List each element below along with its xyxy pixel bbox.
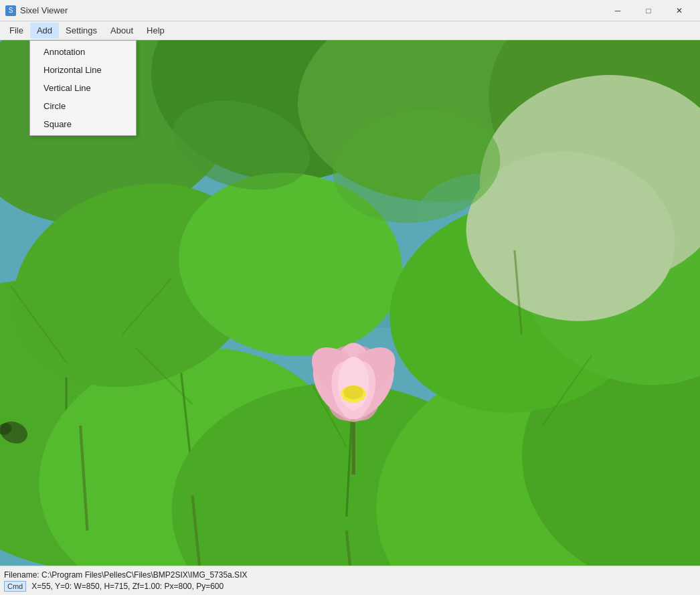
status-line-filename: Filename: C:\Program Files\PellesC\Files… bbox=[4, 570, 247, 580]
status-line-coords: Cmd X=55, Y=0: W=850, H=715, Zf=1.00: Px… bbox=[4, 581, 224, 592]
cmd-badge: Cmd bbox=[4, 581, 26, 592]
app-icon-letter: S bbox=[9, 7, 13, 14]
dropdown-circle[interactable]: Circle bbox=[30, 97, 136, 115]
minimize-button[interactable]: ─ bbox=[602, 0, 633, 21]
dropdown-horizontal-line[interactable]: Horizontal Line bbox=[30, 61, 136, 79]
close-button[interactable]: ✕ bbox=[664, 0, 695, 21]
title-bar-controls: ─ □ ✕ bbox=[602, 0, 695, 21]
menu-settings[interactable]: Settings bbox=[59, 23, 104, 38]
svg-point-37 bbox=[344, 386, 363, 400]
menu-about[interactable]: About bbox=[104, 23, 140, 38]
app-icon: S bbox=[5, 5, 16, 16]
filename-label: Filename: C:\Program Files\PellesC\Files… bbox=[4, 570, 247, 580]
menu-help[interactable]: Help bbox=[140, 23, 171, 38]
menu-file[interactable]: File bbox=[3, 23, 30, 38]
status-bar: Filename: C:\Program Files\PellesC\Files… bbox=[0, 566, 700, 595]
menu-add[interactable]: Add bbox=[30, 23, 59, 38]
restore-button[interactable]: □ bbox=[633, 0, 664, 21]
dropdown-annotation[interactable]: Annotation bbox=[30, 43, 136, 61]
title-bar-left: S Sixel Viewer bbox=[5, 5, 68, 16]
coords-label: X=55, Y=0: W=850, H=715, Zf=1.00: Px=800… bbox=[31, 582, 224, 591]
app-title: Sixel Viewer bbox=[20, 5, 68, 15]
menu-bar: File Add Settings About Help Annotation … bbox=[0, 21, 700, 40]
title-bar: S Sixel Viewer ─ □ ✕ bbox=[0, 0, 700, 21]
add-dropdown: Annotation Horizontal Line Vertical Line… bbox=[29, 40, 137, 136]
dropdown-square[interactable]: Square bbox=[30, 115, 136, 133]
dropdown-vertical-line[interactable]: Vertical Line bbox=[30, 79, 136, 97]
